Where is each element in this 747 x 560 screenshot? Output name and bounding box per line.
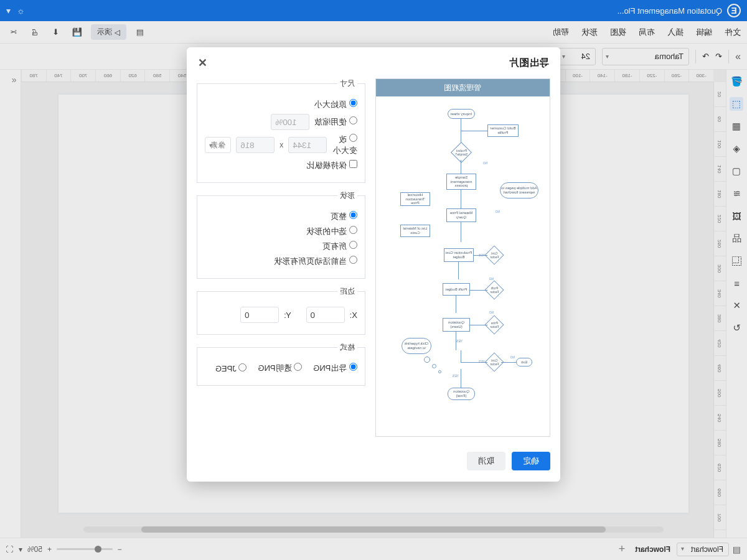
node-exit: Exit <box>516 358 532 366</box>
format-legend: 格式 <box>337 342 357 353</box>
close-icon[interactable]: ✕ <box>198 56 207 70</box>
node-profile: Build Customer Profile <box>487 124 519 137</box>
size-legend: 尺寸 <box>337 78 357 89</box>
node-cost1: Cost Factor <box>484 245 504 264</box>
preview-canvas: Inquiry sheet Build Customer Profile Pro… <box>376 96 550 437</box>
node-profit-q: Profit Factor <box>484 280 504 299</box>
custom-height-input <box>236 137 275 153</box>
size-custom-radio[interactable]: 改变大小 <box>332 134 357 156</box>
cancel-button[interactable]: 取消 <box>467 452 505 470</box>
modal-overlay: 导出图片 ✕ 管理流程图 Inquiry sheet Build Custome… <box>0 0 747 560</box>
format-jpeg-radio[interactable]: JPEG <box>215 363 247 373</box>
size-fieldset: 尺寸 原始大小 使用缩放 改变大小 x 像素 保持横纵比 <box>197 78 365 183</box>
node-matlist: List of Material Costs <box>400 225 430 237</box>
margin-y-label: Y: <box>284 310 291 320</box>
margin-fieldset: 边距 X: Y: <box>197 286 365 335</box>
shape-current-all-radio[interactable]: 当前活动页所有形状 <box>274 256 357 267</box>
shape-fieldset: 形状 整页 选中的形状 所有页 当前活动页所有形状 <box>197 190 365 279</box>
shape-page-radio[interactable]: 整页 <box>331 211 357 222</box>
px-x-label: x <box>280 141 283 149</box>
format-png-radio[interactable]: 导出PNG <box>313 363 357 374</box>
node-hist: Historical Transaction Price <box>400 192 430 206</box>
scale-value-input <box>271 114 309 130</box>
export-preview: 管理流程图 Inquiry sheet Build Customer Profi… <box>375 78 550 437</box>
node-final: Quotation (Final) <box>448 388 475 400</box>
node-profit: Profit Budget <box>443 283 470 296</box>
export-controls: 尺寸 原始大小 使用缩放 改变大小 x 像素 保持横纵比 <box>197 78 365 437</box>
preview-title: 管理流程图 <box>376 79 550 96</box>
node-quote: Quotation (Users) <box>443 318 470 332</box>
shape-allpages-radio[interactable]: 所有页 <box>322 241 357 252</box>
custom-width-input <box>288 137 327 153</box>
node-matq: Material Price Query <box>446 208 476 222</box>
format-tpng-radio[interactable]: 透明PNG <box>258 363 302 374</box>
unit-select[interactable]: 像素 <box>205 137 231 153</box>
node-start: Inquiry sheet <box>448 109 475 119</box>
shape-legend: 形状 <box>337 190 357 201</box>
dialog-title: 导出图片 <box>509 57 549 70</box>
size-original-radio[interactable]: 原始大小 <box>314 99 357 110</box>
format-fieldset: 格式 导出PNG 透明PNG JPEG <box>197 342 365 386</box>
margin-x-label: X: <box>350 310 357 320</box>
node-price-q: Price Factor <box>484 315 504 334</box>
margin-y-input[interactable] <box>240 307 279 323</box>
ok-button[interactable]: 确定 <box>512 452 550 470</box>
keep-ratio-checkbox[interactable]: 保持横纵比 <box>306 160 357 171</box>
margin-legend: 边距 <box>337 286 357 297</box>
margin-x-input[interactable] <box>306 307 345 323</box>
node-budget: Production Cost Budget <box>444 248 474 262</box>
shape-selected-radio[interactable]: 选中的形状 <box>306 226 357 237</box>
node-hyper-note: Click hyperlink to navigate <box>402 338 431 354</box>
node-sample-q: Product Sample? <box>451 142 472 163</box>
size-scale-radio[interactable]: 使用缩放 <box>314 116 357 128</box>
node-multi-note: Add multiple pages to represent flowchar… <box>500 182 538 198</box>
node-sample-proc: Sample management process <box>446 174 476 190</box>
export-image-dialog: 导出图片 ✕ 管理流程图 Inquiry sheet Build Custome… <box>187 47 560 482</box>
